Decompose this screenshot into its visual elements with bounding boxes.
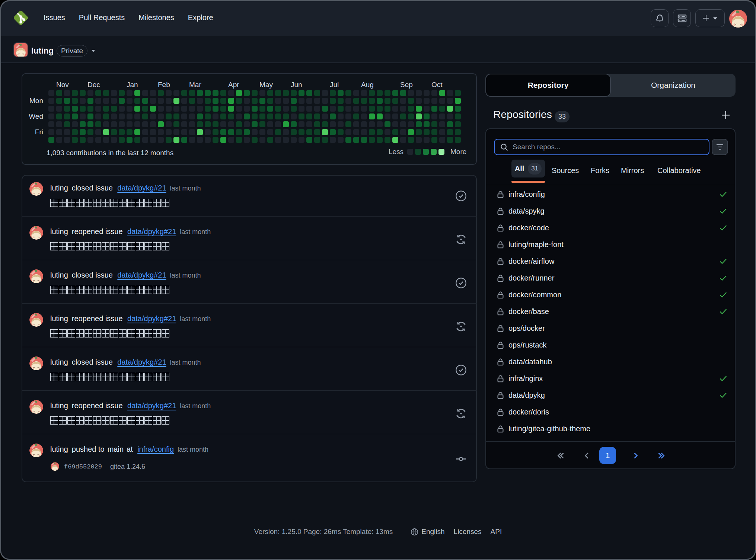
svg-text:Oct: Oct	[431, 81, 443, 89]
svg-text:Sep: Sep	[400, 81, 413, 89]
svg-text:1,093 contributions in the las: 1,093 contributions in the last 12 month…	[47, 149, 173, 157]
svg-text:Apr: Apr	[228, 81, 239, 89]
svg-text:Aug: Aug	[361, 81, 374, 89]
svg-text:Nov: Nov	[56, 81, 69, 89]
svg-text:Fri: Fri	[35, 128, 43, 136]
svg-text:Less: Less	[389, 148, 403, 156]
svg-text:Feb: Feb	[158, 81, 170, 89]
svg-text:Jun: Jun	[291, 81, 302, 89]
svg-text:Jan: Jan	[127, 81, 138, 89]
svg-text:More: More	[450, 148, 466, 156]
svg-text:Mar: Mar	[189, 81, 201, 89]
svg-text:Wed: Wed	[29, 112, 43, 120]
svg-text:May: May	[259, 81, 273, 89]
svg-text:Mon: Mon	[29, 97, 43, 105]
svg-text:Jul: Jul	[330, 81, 339, 89]
svg-text:Dec: Dec	[87, 81, 100, 89]
